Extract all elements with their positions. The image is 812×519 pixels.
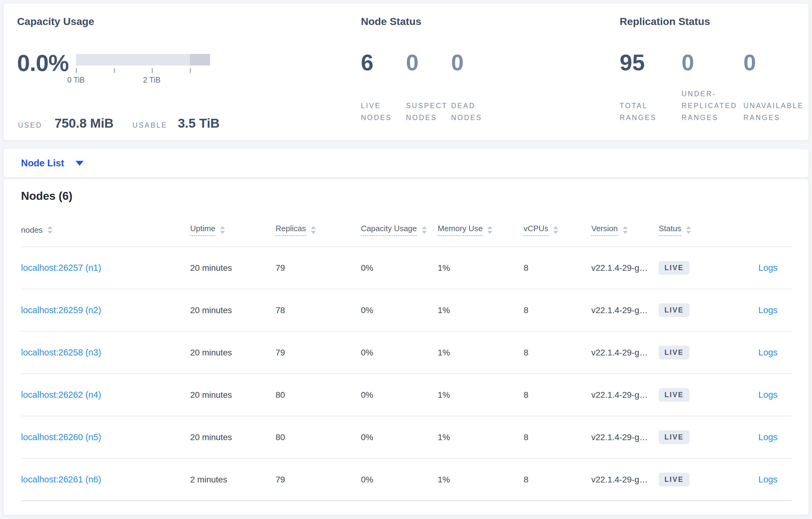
logs-link[interactable]: Logs bbox=[758, 263, 778, 273]
vcpus-cell: 8 bbox=[524, 331, 591, 374]
uptime-cell: 20 minutes bbox=[190, 331, 276, 374]
vcpus-cell: 8 bbox=[524, 289, 591, 331]
used-value: 750.8 MiB bbox=[55, 116, 114, 131]
memory-cell: 1% bbox=[438, 416, 524, 458]
node-link[interactable]: localhost:26258 (n3) bbox=[21, 347, 101, 357]
column-header-capacity-label[interactable]: Capacity Usage bbox=[361, 224, 417, 236]
uptime-cell: 20 minutes bbox=[190, 247, 276, 289]
under-replicated-ranges-value: 0 bbox=[682, 51, 744, 75]
column-header-memory-label[interactable]: Memory Use bbox=[438, 224, 483, 236]
node-list-dropdown[interactable]: Node List bbox=[21, 158, 84, 169]
status-badge: LIVE bbox=[659, 303, 690, 317]
sort-icon[interactable] bbox=[311, 226, 316, 234]
under-replicated-ranges-label: UNDER-REPLICATED RANGES bbox=[682, 88, 744, 124]
status-cell: LIVE bbox=[659, 458, 735, 501]
status-badge: LIVE bbox=[659, 261, 690, 275]
column-header-uptime: Uptime bbox=[190, 206, 276, 247]
sort-icon[interactable] bbox=[422, 226, 427, 234]
suspect-nodes-label: SUSPECT NODES bbox=[406, 100, 451, 124]
total-ranges-stat: 95 TOTAL RANGES bbox=[620, 51, 682, 124]
node-list-dropdown-label: Node List bbox=[21, 158, 64, 169]
table-row: localhost:26258 (n3) 20 minutes 79 0% 1%… bbox=[21, 331, 791, 374]
axis-tick bbox=[190, 68, 191, 73]
uptime-cell: 20 minutes bbox=[190, 416, 276, 458]
capacity-cell: 0% bbox=[361, 416, 438, 458]
sort-icon[interactable] bbox=[220, 226, 225, 234]
logs-link[interactable]: Logs bbox=[758, 432, 778, 442]
column-header-nodes: nodes bbox=[21, 206, 190, 247]
node-link[interactable]: localhost:26259 (n2) bbox=[21, 305, 101, 315]
status-cell: LIVE bbox=[659, 331, 735, 374]
column-header-nodes-label[interactable]: nodes bbox=[21, 225, 43, 235]
vcpus-cell: 8 bbox=[524, 247, 591, 289]
version-cell: v22.1.4-29-g… bbox=[591, 247, 659, 289]
view-selector-bar: Node List bbox=[3, 148, 809, 178]
column-header-logs bbox=[735, 206, 791, 247]
axis-tick bbox=[152, 68, 153, 73]
table-row: localhost:26259 (n2) 20 minutes 78 0% 1%… bbox=[21, 289, 791, 331]
node-link[interactable]: localhost:26257 (n1) bbox=[21, 263, 101, 273]
unavailable-ranges-stat: 0 UNAVAILABLE RANGES bbox=[744, 51, 809, 124]
logs-cell: Logs bbox=[735, 289, 791, 331]
capacity-bar-reserved-segment bbox=[190, 54, 210, 65]
column-header-uptime-label[interactable]: Uptime bbox=[190, 224, 215, 236]
node-link[interactable]: localhost:26260 (n5) bbox=[21, 432, 101, 442]
column-header-capacity: Capacity Usage bbox=[361, 206, 438, 247]
column-header-vcpus-label[interactable]: vCPUs bbox=[524, 224, 548, 236]
capacity-cell: 0% bbox=[361, 374, 438, 416]
capacity-cell: 0% bbox=[361, 289, 438, 331]
column-header-status-label[interactable]: Status bbox=[659, 224, 681, 236]
replicas-cell: 78 bbox=[276, 289, 361, 331]
table-row: localhost:26262 (n4) 20 minutes 80 0% 1%… bbox=[21, 374, 791, 416]
dead-nodes-stat: 0 DEAD NODES bbox=[451, 51, 496, 124]
logs-link[interactable]: Logs bbox=[758, 475, 778, 484]
memory-cell: 1% bbox=[438, 247, 524, 289]
column-header-version-label[interactable]: Version bbox=[591, 224, 618, 236]
usable-value: 3.5 TiB bbox=[178, 116, 220, 131]
sort-icon[interactable] bbox=[686, 226, 691, 234]
sort-icon[interactable] bbox=[623, 226, 628, 234]
capacity-cell: 0% bbox=[361, 331, 438, 374]
chevron-down-icon bbox=[76, 161, 84, 166]
vcpus-cell: 8 bbox=[524, 416, 591, 458]
uptime-cell: 20 minutes bbox=[190, 374, 276, 416]
axis-tick-label: 0 TiB bbox=[67, 75, 85, 84]
total-ranges-value: 95 bbox=[620, 51, 682, 75]
replicas-cell: 79 bbox=[276, 458, 361, 501]
memory-cell: 1% bbox=[438, 458, 524, 501]
unavailable-ranges-value: 0 bbox=[744, 51, 809, 75]
under-replicated-ranges-stat: 0 UNDER-REPLICATED RANGES bbox=[682, 51, 744, 124]
replicas-cell: 80 bbox=[276, 416, 361, 458]
sort-icon[interactable] bbox=[48, 226, 52, 234]
logs-link[interactable]: Logs bbox=[758, 347, 778, 357]
sort-icon[interactable] bbox=[487, 226, 492, 234]
memory-cell: 1% bbox=[438, 374, 524, 416]
uptime-cell: 2 minutes bbox=[190, 458, 276, 501]
status-cell: LIVE bbox=[659, 416, 735, 458]
version-cell: v22.1.4-29-g… bbox=[591, 458, 659, 501]
sort-icon[interactable] bbox=[553, 226, 558, 234]
replicas-cell: 79 bbox=[276, 331, 361, 374]
capacity-bar bbox=[76, 54, 210, 65]
node-cell: localhost:26258 (n3) bbox=[21, 331, 190, 374]
logs-link[interactable]: Logs bbox=[758, 390, 778, 400]
vcpus-cell: 8 bbox=[524, 374, 591, 416]
status-badge: LIVE bbox=[659, 430, 690, 444]
replication-status-panel: Replication Status 95 TOTAL RANGES 0 UND… bbox=[620, 16, 809, 129]
logs-link[interactable]: Logs bbox=[758, 305, 778, 315]
nodes-section-title: Nodes (6) bbox=[21, 179, 791, 203]
live-nodes-stat: 6 LIVE NODES bbox=[361, 51, 406, 124]
memory-cell: 1% bbox=[438, 331, 524, 374]
node-link[interactable]: localhost:26261 (n6) bbox=[21, 475, 101, 484]
status-cell: LIVE bbox=[659, 289, 735, 331]
replicas-cell: 80 bbox=[276, 374, 361, 416]
table-header-row: nodes Uptime Replicas Capacity Usage Mem… bbox=[21, 206, 791, 247]
status-badge: LIVE bbox=[659, 346, 690, 359]
capacity-bar-chart: 0 TiB 2 TiB bbox=[76, 54, 210, 85]
column-header-replicas-label[interactable]: Replicas bbox=[276, 224, 306, 236]
logs-cell: Logs bbox=[735, 374, 791, 416]
node-link[interactable]: localhost:26262 (n4) bbox=[21, 390, 101, 400]
dead-nodes-label: DEAD NODES bbox=[451, 100, 496, 124]
version-cell: v22.1.4-29-g… bbox=[591, 331, 659, 374]
replicas-cell: 79 bbox=[276, 247, 361, 289]
